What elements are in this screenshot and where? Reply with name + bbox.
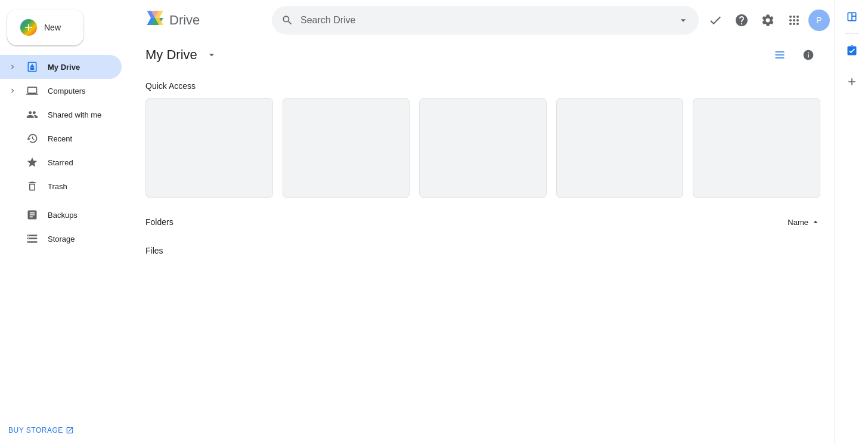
info-button[interactable] (796, 43, 820, 67)
main-wrapper: Drive Search Drive (131, 0, 835, 444)
sidebar-item-computers[interactable]: Computers (0, 79, 122, 103)
sort-label: Name (788, 218, 808, 227)
quick-access-label: Quick Access (145, 81, 820, 91)
sidebar-item-label-starred: Starred (48, 158, 114, 167)
sidebar-item-label-my-drive: My Drive (48, 63, 114, 72)
search-bar[interactable]: Search Drive (272, 6, 699, 35)
logo-area: Drive (136, 8, 267, 32)
sidebar-item-recent[interactable]: Recent (0, 127, 122, 150)
search-icon (281, 14, 293, 26)
sidebar-item-shared-with-me[interactable]: Shared with me (0, 103, 122, 127)
spacer6 (8, 235, 17, 243)
expand-icon (8, 63, 17, 71)
quick-access-grid (145, 98, 820, 198)
content-area: Quick Access Folders Name Files (131, 72, 835, 444)
folders-label: Folders (145, 217, 173, 227)
content-header: My Drive (131, 38, 835, 72)
sidebar-item-label-computers: Computers (48, 87, 114, 95)
panel-add-button[interactable] (840, 70, 864, 94)
plus-icon (20, 19, 37, 36)
sidebar-item-storage[interactable]: Storage (0, 227, 122, 251)
files-label: Files (145, 246, 820, 255)
title-dropdown-button[interactable] (202, 45, 221, 64)
storage-icon (26, 233, 38, 245)
computers-icon (26, 85, 38, 97)
panel-divider (845, 33, 859, 34)
help-button[interactable] (730, 8, 754, 32)
sidebar: New My Drive Computers (0, 0, 131, 444)
right-panel (835, 0, 868, 444)
my-drive-icon (26, 61, 38, 73)
new-button[interactable]: New (7, 10, 83, 45)
content-header-right (768, 43, 820, 67)
spacer4 (8, 182, 17, 190)
spacer5 (8, 211, 17, 219)
search-expand-icon[interactable] (677, 14, 689, 26)
checklist-button[interactable] (703, 8, 727, 32)
page-title: My Drive (145, 47, 197, 63)
top-header: Drive Search Drive (131, 0, 835, 38)
spacer2 (8, 134, 17, 143)
expand-icon-computers (8, 87, 17, 95)
new-button-label: New (44, 23, 61, 32)
sidebar-item-starred[interactable]: Starred (0, 150, 122, 174)
spacer (8, 110, 17, 119)
header-icons: P (703, 8, 830, 32)
backups-icon (26, 209, 38, 221)
app-name: Drive (169, 13, 200, 28)
sidebar-nav: My Drive Computers Shared with me (0, 55, 131, 251)
settings-button[interactable] (756, 8, 780, 32)
sidebar-item-label-recent: Recent (48, 134, 114, 143)
search-placeholder[interactable]: Search Drive (300, 15, 670, 26)
sidebar-item-trash[interactable]: Trash (0, 174, 122, 198)
sidebar-item-label-shared: Shared with me (48, 110, 114, 119)
list-view-button[interactable] (768, 43, 792, 67)
folders-header: Folders Name (145, 217, 820, 227)
sidebar-item-label-trash: Trash (48, 182, 114, 191)
apps-button[interactable] (782, 8, 806, 32)
svg-rect-0 (30, 67, 35, 70)
sidebar-item-my-drive[interactable]: My Drive (0, 55, 122, 79)
sidebar-item-backups[interactable]: Backups (0, 203, 122, 227)
sort-button[interactable]: Name (788, 217, 820, 227)
buy-storage-link[interactable]: BUY STORAGE (8, 426, 123, 434)
sidebar-item-label-backups: Backups (48, 211, 114, 220)
starred-icon (26, 156, 38, 168)
quick-access-card-4[interactable] (556, 98, 684, 198)
drive-logo-icon (143, 8, 167, 32)
avatar[interactable]: P (808, 10, 830, 31)
sidebar-item-label-storage: Storage (48, 235, 114, 243)
panel-tasks-button[interactable] (840, 39, 864, 63)
quick-access-card-2[interactable] (283, 98, 410, 198)
panel-details-button[interactable] (840, 5, 864, 29)
recent-icon (26, 132, 38, 144)
trash-icon (26, 180, 38, 192)
quick-access-card-3[interactable] (419, 98, 547, 198)
quick-access-card-5[interactable] (693, 98, 820, 198)
sidebar-bottom: BUY STORAGE (0, 417, 131, 444)
quick-access-card-1[interactable] (145, 98, 273, 198)
spacer3 (8, 158, 17, 166)
shared-icon (26, 109, 38, 121)
